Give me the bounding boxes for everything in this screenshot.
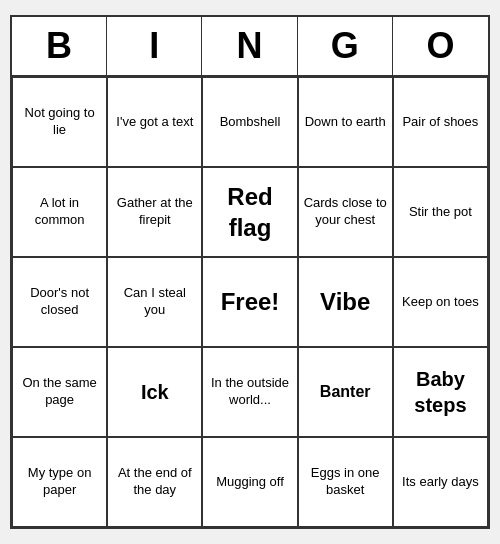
bingo-cell[interactable]: Mugging off — [202, 437, 297, 527]
bingo-cell[interactable]: Pair of shoes — [393, 77, 488, 167]
bingo-cell[interactable]: Gather at the firepit — [107, 167, 202, 257]
bingo-cell[interactable]: Banter — [298, 347, 393, 437]
bingo-cell[interactable]: Eggs in one basket — [298, 437, 393, 527]
bingo-cell[interactable]: Not going to lie — [12, 77, 107, 167]
bingo-cell[interactable]: Stir the pot — [393, 167, 488, 257]
bingo-grid: Not going to lieI've got a textBombshell… — [12, 77, 488, 527]
bingo-header: BINGO — [12, 17, 488, 77]
bingo-cell[interactable]: At the end of the day — [107, 437, 202, 527]
header-letter: G — [298, 17, 393, 75]
bingo-card: BINGO Not going to lieI've got a textBom… — [10, 15, 490, 529]
bingo-cell[interactable]: Its early days — [393, 437, 488, 527]
bingo-cell[interactable]: Ick — [107, 347, 202, 437]
bingo-cell[interactable]: Down to earth — [298, 77, 393, 167]
header-letter: O — [393, 17, 488, 75]
bingo-cell[interactable]: Door's not closed — [12, 257, 107, 347]
bingo-cell[interactable]: I've got a text — [107, 77, 202, 167]
bingo-cell[interactable]: In the outside world... — [202, 347, 297, 437]
header-letter: B — [12, 17, 107, 75]
header-letter: I — [107, 17, 202, 75]
bingo-cell[interactable]: On the same page — [12, 347, 107, 437]
bingo-cell[interactable]: Vibe — [298, 257, 393, 347]
bingo-cell[interactable]: Cards close to your chest — [298, 167, 393, 257]
bingo-cell[interactable]: Bombshell — [202, 77, 297, 167]
bingo-cell[interactable]: My type on paper — [12, 437, 107, 527]
bingo-cell[interactable]: A lot in common — [12, 167, 107, 257]
bingo-cell[interactable]: Keep on toes — [393, 257, 488, 347]
header-letter: N — [202, 17, 297, 75]
bingo-cell[interactable]: Red flag — [202, 167, 297, 257]
bingo-cell[interactable]: Baby steps — [393, 347, 488, 437]
bingo-cell[interactable]: Free! — [202, 257, 297, 347]
bingo-cell[interactable]: Can I steal you — [107, 257, 202, 347]
